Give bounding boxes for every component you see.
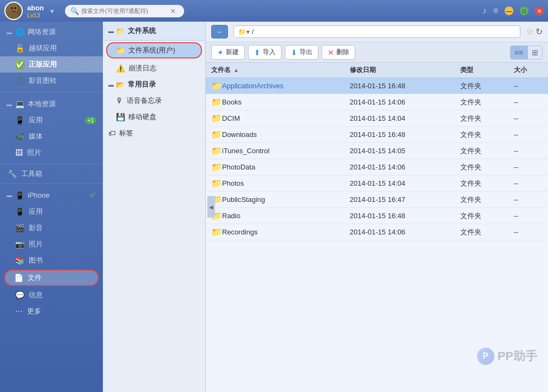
crashlog-icon: ⚠️ <box>116 64 125 73</box>
iphone-photos-label: 照片 <box>29 239 43 249</box>
sidebar-item-iphone-messages[interactable]: 💬 信息 <box>0 287 103 303</box>
table-row[interactable]: 📁Radio2014-01-15 16:48文件夹-- <box>206 208 548 224</box>
table-row[interactable]: 📁Downloads2014-01-15 16:48文件夹-- <box>206 127 548 143</box>
minimize-button[interactable]: — <box>505 6 513 15</box>
export-label: 导出 <box>299 48 312 57</box>
sidebar-header-local[interactable]: ▬ 💻 本地资源 <box>0 96 103 112</box>
col-header-size[interactable]: 大小 <box>508 63 548 78</box>
menu-icon[interactable]: ≡ <box>493 6 498 16</box>
table-row[interactable]: 📁PublicStaging2014-01-15 16:47文件夹-- <box>206 192 548 208</box>
table-row[interactable]: 📁Books2014-01-15 14:06文件夹-- <box>206 94 548 110</box>
sidebar-section-local: ▬ 💻 本地资源 📱 应用 +1 📹 媒体 🖼 照片 <box>0 94 103 163</box>
refresh-button[interactable]: ↻ <box>536 27 543 37</box>
panel-item-usb-disk[interactable]: 💾 移动硬盘 <box>103 109 205 125</box>
new-button[interactable]: ✦ 新建 <box>211 45 245 60</box>
import-icon: ⬆ <box>254 48 260 57</box>
sidebar-item-ringtone[interactable]: 🎵 影音图铃 <box>0 73 103 89</box>
user-dropdown-icon[interactable]: ▾ <box>50 7 54 15</box>
file-name-cell: 📁ApplicationArchives <box>206 78 344 94</box>
sidebar-item-iphone-photos[interactable]: 📷 照片 <box>0 236 103 252</box>
list-view-button[interactable]: ≡≡ <box>510 45 527 60</box>
common-collapse-icon[interactable]: ▬ <box>108 82 114 88</box>
file-date: 2014-01-15 14:06 <box>344 159 455 175</box>
current-path: / <box>252 28 254 36</box>
sidebar-item-iphone-more[interactable]: ⋯ 更多 <box>0 303 103 319</box>
sidebar-item-apps[interactable]: 📱 应用 +1 <box>0 112 103 128</box>
path-bar: 📁▾ / <box>233 25 520 38</box>
table-row[interactable]: 📁Photos2014-01-15 14:04文件夹-- <box>206 175 548 192</box>
panel-item-tags[interactable]: 🏷 标签 <box>103 125 205 141</box>
photos-label: 照片 <box>27 148 41 158</box>
sidebar-section-network: ▬ 🌐 网络资源 🔓 越狱应用 ✅ 正版应用 🎵 影音图铃 <box>0 22 103 91</box>
sidebar-item-official[interactable]: ✅ 正版应用 <box>0 56 103 73</box>
table-row[interactable]: 📁iTunes_Control2014-01-15 14:05文件夹-- <box>206 143 548 159</box>
table-row[interactable]: 📁ApplicationArchives2014-01-15 16:48文件夹-… <box>206 78 548 94</box>
file-size: -- <box>508 110 548 127</box>
tags-label: 标签 <box>119 128 133 138</box>
file-list: 文件名 ▲ 修改日期 类型 大小 📁ApplicationArchives201… <box>206 63 548 392</box>
sidebar-item-toolbox[interactable]: 🔧 工具箱 <box>0 166 103 182</box>
delete-button[interactable]: ✕ 删除 <box>322 45 355 60</box>
sidebar-item-photos[interactable]: 🖼 照片 <box>0 145 103 161</box>
nav-arrow[interactable]: ◀ <box>207 196 215 218</box>
grid-view-button[interactable]: ⊞ <box>527 45 543 60</box>
file-size: -- <box>508 78 548 94</box>
col-header-name[interactable]: 文件名 ▲ <box>206 63 344 78</box>
file-name-cell: 📁Books <box>206 94 344 110</box>
sidebar-header-network[interactable]: ▬ 🌐 网络资源 <box>0 24 103 40</box>
panel-section-common: ▬ 📂 常用目录 <box>103 76 205 93</box>
iphone-label: iPhone <box>28 191 49 199</box>
folder-icon: 📁 <box>211 129 222 140</box>
fs-collapse-icon[interactable]: ▬ <box>108 28 114 34</box>
file-name-cell: 📁Photos <box>206 175 344 192</box>
table-row[interactable]: 📁PhotoData2014-01-15 14:06文件夹-- <box>206 159 548 175</box>
close-button[interactable]: ✕ <box>535 6 544 15</box>
maximize-button[interactable]: □ <box>520 6 529 15</box>
sidebar-item-iphone-apps[interactable]: 📱 应用 <box>0 204 103 220</box>
search-clear-icon[interactable]: ✕ <box>170 7 176 15</box>
file-name: Photos <box>222 179 244 187</box>
svg-point-2 <box>11 7 13 9</box>
file-date: 2014-01-15 14:04 <box>344 110 455 127</box>
title-bar: abon Lv13 ▾ 🔍 ✕ ♪ ≡ — □ ✕ <box>0 0 548 22</box>
file-type: 文件夹 <box>455 78 508 94</box>
panel-item-voice-backup[interactable]: 🎙 语音备忘录 <box>103 93 205 109</box>
iphone-media-label: 影音 <box>29 223 43 233</box>
sidebar-item-iphone-files[interactable]: 📄 文件 <box>4 270 99 286</box>
sidebar-item-iphone-media[interactable]: 🎬 影音 <box>0 220 103 236</box>
col-header-type[interactable]: 类型 <box>455 63 508 78</box>
iphone-check-icon: ✔ <box>89 190 96 200</box>
table-row[interactable]: 📁Recordings2014-01-15 14:06文件夹-- <box>206 224 548 240</box>
svg-point-3 <box>14 7 16 9</box>
usb-disk-icon: 💾 <box>116 113 125 121</box>
search-input[interactable] <box>81 8 168 14</box>
tags-icon: 🏷 <box>108 129 116 138</box>
panel-item-crashlog[interactable]: ⚠️ 崩溃日志 <box>103 60 205 76</box>
official-icon: ✅ <box>15 60 24 69</box>
sidebar-header-iphone[interactable]: ▬ 📱 iPhone ✔ <box>0 187 103 204</box>
file-name: Downloads <box>222 130 257 139</box>
iphone-files-label: 文件 <box>28 273 42 283</box>
sidebar-item-media[interactable]: 📹 媒体 <box>0 128 103 145</box>
file-type: 文件夹 <box>455 192 508 208</box>
table-row[interactable]: 📁DCIM2014-01-15 14:04文件夹-- <box>206 110 548 127</box>
file-date: 2014-01-15 14:04 <box>344 175 455 192</box>
avatar <box>4 2 23 20</box>
jailbreak-icon: 🔓 <box>15 44 24 53</box>
folder-icon: 📁 <box>211 146 222 156</box>
iphone-apps-icon: 📱 <box>15 207 24 216</box>
col-header-date[interactable]: 修改日期 <box>344 63 455 78</box>
import-label: 导入 <box>263 48 276 57</box>
import-button[interactable]: ⬆ 导入 <box>248 45 282 60</box>
iphone-more-icon: ⋯ <box>15 307 23 316</box>
file-size: -- <box>508 192 548 208</box>
back-button[interactable]: ← <box>211 25 228 38</box>
sidebar-item-jailbreak[interactable]: 🔓 越狱应用 <box>0 40 103 56</box>
folder-icon: 📁 <box>211 97 222 107</box>
star-button[interactable]: ☆ <box>526 27 533 37</box>
export-button[interactable]: ⬇ 导出 <box>285 45 318 60</box>
panel-item-filesystem-user[interactable]: 📁 文件系统(用户) <box>106 42 202 58</box>
sidebar-item-iphone-books[interactable]: 📚 图书 <box>0 252 103 269</box>
export-icon: ⬇ <box>291 48 297 57</box>
music-icon[interactable]: ♪ <box>482 6 487 16</box>
